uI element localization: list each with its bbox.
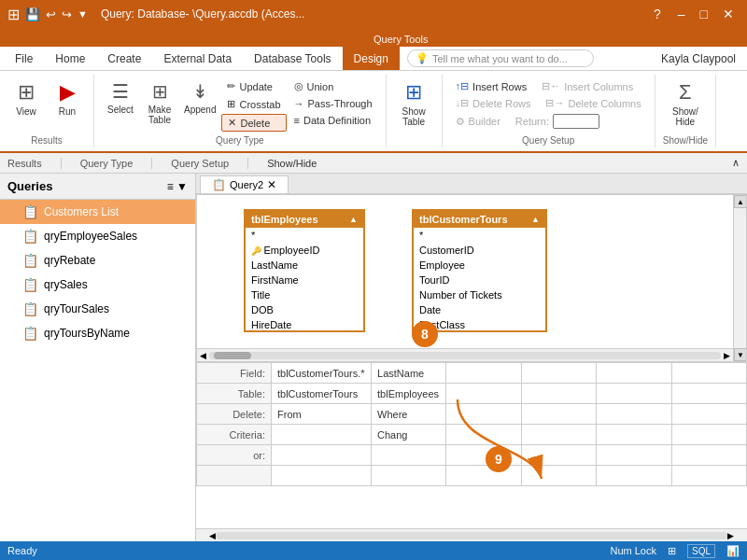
sidebar-item-tour-sales[interactable]: 📋 qryTourSales xyxy=(0,297,195,321)
pass-through-button[interactable]: → Pass-Through xyxy=(289,96,378,111)
sidebar-item-sales[interactable]: 📋 qrySales xyxy=(0,273,195,297)
grid-cell-3-or[interactable] xyxy=(521,445,596,466)
delete-button[interactable]: ✕ Delete xyxy=(221,114,286,132)
hscroll-left[interactable]: ◀ xyxy=(197,351,209,360)
table-employees-header[interactable]: tblEmployees ▲ xyxy=(246,211,363,228)
hscroll-right[interactable]: ▶ xyxy=(721,351,733,360)
quick-access-redo[interactable]: ↪ xyxy=(62,7,72,21)
update-button[interactable]: ✏ Update xyxy=(221,78,286,94)
tours-field-star[interactable]: * xyxy=(414,228,545,243)
table-tours-body[interactable]: * CustomerID Employee TourID Number of T… xyxy=(414,228,545,330)
insert-cols-button[interactable]: ⊟← Insert Columns xyxy=(536,78,639,94)
user-name[interactable]: Kayla Claypool xyxy=(650,49,747,69)
crosstab-button[interactable]: ⊞ Crosstab xyxy=(221,96,286,112)
help-icon[interactable]: ? xyxy=(646,7,669,21)
return-input[interactable] xyxy=(553,114,599,129)
append-button[interactable]: ↡ Append xyxy=(180,78,219,117)
employees-field-hiredate[interactable]: HireDate xyxy=(246,317,363,330)
grid-cell-4-field[interactable] xyxy=(597,363,671,384)
delete-cols-button[interactable]: ⊟→ Delete Columns xyxy=(540,95,646,111)
grid-cell-3-criteria[interactable] xyxy=(521,425,596,445)
grid-cell-4-table[interactable] xyxy=(597,384,671,404)
grid-cell-4-or[interactable] xyxy=(597,445,671,466)
query-tab-query2[interactable]: 📋 Query2 ✕ xyxy=(200,175,289,193)
grid-cell-1-criteria[interactable]: Chang xyxy=(372,425,446,445)
grid-cell-4-delete[interactable] xyxy=(597,404,671,425)
grid-cell-3-field[interactable] xyxy=(521,363,596,384)
grid-cell-2-table[interactable] xyxy=(446,384,521,404)
sidebar-options-btn[interactable]: ≡ ▼ xyxy=(167,180,188,193)
view-button[interactable]: ⊞ View xyxy=(7,78,45,119)
vscroll-down[interactable]: ▼ xyxy=(734,348,747,361)
close-btn[interactable]: ✕ xyxy=(717,7,740,21)
sidebar-item-tours-by-name[interactable]: 📋 qryToursByName xyxy=(0,321,195,345)
sidebar-item-rebate[interactable]: 📋 qryRebate xyxy=(0,248,195,273)
grid-cell-2-field[interactable] xyxy=(446,363,521,384)
employees-field-lastname[interactable]: LastName xyxy=(246,258,363,273)
employees-field-id[interactable]: EmployeeID xyxy=(246,243,363,258)
employees-field-dob[interactable]: DOB xyxy=(246,302,363,317)
grid-cell-0-criteria[interactable] xyxy=(272,425,372,445)
tab-create[interactable]: Create xyxy=(96,47,152,70)
select-button[interactable]: ☰ Select xyxy=(102,78,139,117)
tell-me-bar[interactable]: 💡 Tell me what you want to do... xyxy=(407,49,594,67)
title-bar-controls[interactable]: ? – □ ✕ xyxy=(646,7,740,21)
table-tours-header[interactable]: tblCustomerTours ▲ xyxy=(414,211,545,228)
designer-hscroll[interactable]: ◀ ▶ xyxy=(197,348,733,361)
layout-view-icon[interactable]: ⊞ xyxy=(668,545,676,557)
show-hide-button[interactable]: Σ Show/Hide xyxy=(667,78,704,129)
tab-home[interactable]: Home xyxy=(44,47,96,70)
vscroll-up[interactable]: ▲ xyxy=(734,195,747,208)
hscroll-track[interactable] xyxy=(209,352,721,359)
grid-hscroll-left[interactable]: ◀ xyxy=(209,531,216,540)
tours-field-tickets[interactable]: Number of Tickets xyxy=(414,287,545,302)
grid-cell-0-field[interactable]: tblCustomerTours.* xyxy=(272,363,372,384)
delete-rows-button[interactable]: ↓⊟ Delete Rows xyxy=(450,95,537,111)
run-button[interactable]: ▶ Run xyxy=(49,78,86,119)
tab-file[interactable]: File xyxy=(4,47,44,70)
make-table-button[interactable]: ⊞ MakeTable xyxy=(141,78,178,127)
grid-cell-2-delete[interactable] xyxy=(446,404,521,425)
employees-field-firstname[interactable]: FirstName xyxy=(246,273,363,287)
grid-cell-3-delete[interactable] xyxy=(521,404,596,425)
grid-hscroll-track[interactable] xyxy=(216,532,727,539)
grid-cell-3-table[interactable] xyxy=(521,384,596,404)
designer-vscroll[interactable]: ▲ ▼ xyxy=(733,195,746,361)
tours-field-employee[interactable]: Employee xyxy=(414,258,545,273)
grid-cell-0-or[interactable] xyxy=(272,445,372,466)
grid-cell-1-table[interactable]: tblEmployees xyxy=(372,384,446,404)
quick-access-undo[interactable]: ↩ xyxy=(46,7,56,21)
tab-design[interactable]: Design xyxy=(343,47,400,70)
tab-database-tools[interactable]: Database Tools xyxy=(243,47,343,70)
grid-hscroll-right[interactable]: ▶ xyxy=(727,531,734,540)
grid-cell-0-delete[interactable]: From xyxy=(272,404,372,425)
grid-scroll-area[interactable]: Field: tblCustomerTours.* LastName Table… xyxy=(196,362,747,528)
tours-field-customerid[interactable]: CustomerID xyxy=(414,243,545,258)
grid-cell-4-criteria[interactable] xyxy=(597,425,671,445)
tours-field-date[interactable]: Date xyxy=(414,302,545,317)
grid-cell-5-table[interactable] xyxy=(671,384,746,404)
grid-cell-5-delete[interactable] xyxy=(671,404,746,425)
grid-hscroll[interactable]: ◀ ▶ xyxy=(196,528,747,541)
tab-external-data[interactable]: External Data xyxy=(152,47,243,70)
sidebar-item-employee-sales[interactable]: 📋 qryEmployeeSales xyxy=(0,224,195,248)
maximize-btn[interactable]: □ xyxy=(695,7,713,21)
employees-field-star[interactable]: * xyxy=(246,228,363,243)
table-employees-scroll-up[interactable]: ▲ xyxy=(349,215,358,224)
minimize-btn[interactable]: – xyxy=(672,7,691,21)
quick-access-more[interactable]: ▼ xyxy=(78,8,88,20)
grid-cell-0-table[interactable]: tblCustomerTours xyxy=(272,384,372,404)
grid-cell-5-criteria[interactable] xyxy=(671,425,746,445)
table-tours-scroll-up[interactable]: ▲ xyxy=(531,215,540,224)
sql-view-label[interactable]: SQL xyxy=(687,544,715,558)
grid-cell-1-field[interactable]: LastName xyxy=(372,363,446,384)
collapse-ribbon[interactable]: ∧ xyxy=(732,157,740,169)
grid-cell-1-delete[interactable]: Where xyxy=(372,404,446,425)
show-table-button[interactable]: ⊞ ShowTable xyxy=(395,78,432,129)
union-button[interactable]: ◎ Union xyxy=(289,78,378,94)
table-employees-body[interactable]: * EmployeeID LastName FirstName Title DO… xyxy=(246,228,363,330)
sidebar-item-customers-list[interactable]: 📋 Customers List xyxy=(0,200,195,224)
query-tab-close[interactable]: ✕ xyxy=(267,178,276,191)
data-definition-button[interactable]: ≡ Data Definition xyxy=(289,113,378,128)
grid-cell-1-or[interactable] xyxy=(372,445,446,466)
